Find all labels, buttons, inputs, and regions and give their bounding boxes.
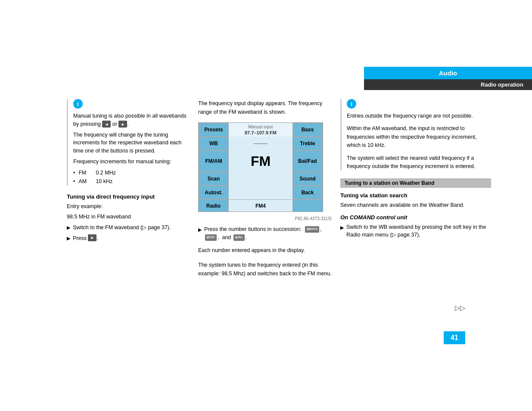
mid-step1-arrow: ▶ xyxy=(198,226,202,234)
sound-btn: Sound xyxy=(292,172,323,186)
info-icon-left: i xyxy=(73,99,83,109)
freq-am-value: 10 kHz xyxy=(96,177,112,186)
header-bar: Audio Radio operation xyxy=(364,67,532,90)
step2-text: Press xyxy=(73,234,87,243)
radio-operation-title: Radio operation xyxy=(364,79,532,90)
autost-btn: Autost. xyxy=(199,186,229,199)
radio-bottom-center: FM4 xyxy=(229,200,292,212)
scan-btn: Scan xyxy=(199,172,229,186)
freq-am-label: AM xyxy=(78,177,96,186)
step2-period: . xyxy=(96,234,98,243)
mid-step-1: ▶ Press the number buttons in succession… xyxy=(198,225,332,242)
step-2: ▶ Press ► . xyxy=(67,234,192,243)
display-row-1: Presets Manual input 87.7–107.9 FM Bass xyxy=(199,123,323,137)
dash-row: —— xyxy=(229,137,292,150)
step1-arrow-icon: ▶ xyxy=(67,224,70,231)
mid-step1-text: Press the number buttons in succession: … xyxy=(204,225,332,242)
radio-bottom-right xyxy=(292,200,323,212)
tuning-para: Seven channels are available on the Weat… xyxy=(340,201,491,209)
display-row-4: Scan Sound xyxy=(199,172,323,186)
step-1: ▶ Switch to the FM waveband (▷ page 37). xyxy=(67,224,192,232)
bass-btn: Bass xyxy=(292,123,323,137)
right-info-text-1: Entries outside the frequency range are … xyxy=(347,112,491,120)
key-9: 9WXYZ xyxy=(305,226,319,233)
comand-title: On COMAND control unit xyxy=(340,214,491,221)
step2-key: ► xyxy=(88,234,96,241)
left-info-box: i Manual tuning is also possible in all … xyxy=(67,99,192,186)
info-text-2: The frequency will change by the tuning … xyxy=(73,131,192,155)
wb-btn: WB xyxy=(199,137,229,150)
tuning-via-search-title: Tuning via station search xyxy=(340,192,491,199)
page-number: 41 xyxy=(444,331,465,344)
treble-btn: Treble xyxy=(292,137,323,150)
display-center-top: Manual input 87.7–107.9 FM xyxy=(229,123,292,137)
audio-title: Audio xyxy=(364,67,532,79)
section-title-direct: Tuning via direct frequency input xyxy=(67,193,192,200)
freq-title: Frequency increments for manual tuning: xyxy=(73,158,192,166)
manual-input-label: Manual input xyxy=(248,125,273,129)
freq-fm-label: FM xyxy=(78,168,96,177)
display-bottom-row: Radio FM4 xyxy=(199,199,323,212)
empty-row-5 xyxy=(229,186,292,199)
right-info-text-2: Within the AM waveband, the input is res… xyxy=(347,125,491,149)
entry-label: Entry example: xyxy=(67,202,192,211)
arrow-left-key: ◄ xyxy=(102,121,111,128)
frequency-list: FM 0.2 MHz AM 10 kHz xyxy=(73,168,192,186)
right-step-1: ▶ Switch to the WB waveband by pressing … xyxy=(340,223,491,240)
right-column: i Entries outside the frequency range ar… xyxy=(340,99,491,239)
freq-fm-value: 0.2 MHz xyxy=(96,168,116,177)
radio-display: Presets Manual input 87.7–107.9 FM Bass … xyxy=(198,122,323,212)
back-btn: Back xyxy=(292,186,323,199)
key-8: 8TUV xyxy=(205,234,217,241)
freq-range-label: 87.7–107.9 FM xyxy=(245,130,277,135)
empty-row-4 xyxy=(229,172,292,186)
radio-bottom-label: Radio xyxy=(199,200,229,212)
presets-btn: Presets xyxy=(199,123,229,137)
key-5: 5JKL xyxy=(233,234,245,241)
right-step1-text: Switch to the WB waveband by pressing th… xyxy=(346,223,491,240)
freq-fm: FM 0.2 MHz xyxy=(73,168,192,177)
freq-am: AM 10 kHz xyxy=(73,177,192,186)
fm-am-btn: FM/AM xyxy=(199,150,229,172)
step1-text: Switch to the FM waveband (▷ page 37). xyxy=(73,224,171,232)
display-row-3: FM/AM FM Bal/Fad xyxy=(199,150,323,172)
mid-para-3: The system tunes to the frequency entere… xyxy=(198,261,332,278)
entry-value: 98.5 MHz in FM waveband xyxy=(67,213,192,221)
info-text-1: Manual tuning is also possible in all wa… xyxy=(73,112,192,128)
display-row-2: WB —— Treble xyxy=(199,137,323,150)
fm-large-display: FM xyxy=(229,150,292,172)
display-para-1: The frequency input display appears. The… xyxy=(198,99,332,116)
bal-fad-btn: Bal/Fad xyxy=(292,150,323,172)
arrow-right-key: ► xyxy=(118,121,127,128)
info-icon-right: i xyxy=(347,99,356,109)
right-step1-arrow: ▶ xyxy=(340,224,344,231)
right-info-box: i Entries outside the frequency range ar… xyxy=(340,99,491,171)
left-column: i Manual tuning is also possible in all … xyxy=(67,99,192,245)
mid-para-2: Each number entered appears in the displ… xyxy=(198,246,332,255)
right-info-text-3: The system will select the nearest valid… xyxy=(347,154,491,171)
double-arrow: ▷▷ xyxy=(455,304,465,312)
middle-column: The frequency input display appears. The… xyxy=(198,99,332,284)
display-row-5: Autost. Back xyxy=(199,186,323,199)
weather-band-section-bar: Tuning to a station on Weather Band xyxy=(340,178,491,188)
image-reference: P82.86-4373-31US xyxy=(198,216,332,221)
dash-text: —— xyxy=(254,140,268,147)
step2-arrow-icon: ▶ xyxy=(67,235,70,242)
